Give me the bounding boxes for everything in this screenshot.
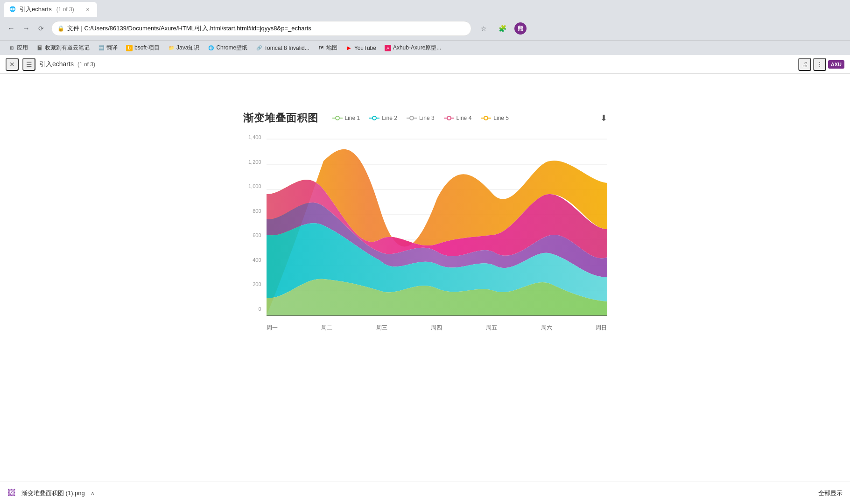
bookmark-tomcat-label: Tomcat 8 Invalid... <box>264 45 309 51</box>
y-label-0: 0 <box>243 306 261 312</box>
x-label-sunday: 周日 <box>596 324 607 332</box>
legend-line1-label: Line 1 <box>345 115 360 121</box>
chart-svg <box>267 134 607 321</box>
bookmark-map-label: 地图 <box>326 44 337 52</box>
legend-line1: Line 1 <box>332 115 360 121</box>
bookmark-bsoft-label: bsoft-项目 <box>134 44 160 52</box>
chart-plot-area: 1,400 1,200 1,000 800 600 400 200 0 <box>243 134 607 332</box>
youtube-icon: ▶ <box>346 45 352 51</box>
x-label-thursday: 周四 <box>431 324 442 332</box>
svg-point-1 <box>336 116 339 120</box>
bookmark-map[interactable]: 🗺 地图 <box>314 42 341 54</box>
bookmark-translate-label: 翻译 <box>106 44 118 52</box>
legend-line2: Line 2 <box>369 115 397 121</box>
profile-avatar-button[interactable]: 熊 <box>514 22 527 35</box>
bookmark-java-label: Java知识 <box>176 44 199 52</box>
y-label-400: 400 <box>243 257 261 263</box>
back-button[interactable]: ← <box>5 22 18 35</box>
lock-icon: 🔒 <box>57 25 64 32</box>
main-content: 渐变堆叠面积图 Line 1 Line 2 <box>0 74 850 494</box>
tab-bar: 🌐 引入echarts (1 of 3) ✕ <box>0 0 850 17</box>
legend-line2-label: Line 2 <box>382 115 397 121</box>
chart-legend: Line 1 Line 2 Line 3 <box>332 115 591 121</box>
legend-line5: Line 5 <box>481 115 509 121</box>
chart-header: 渐变堆叠面积图 Line 1 Line 2 <box>243 111 607 125</box>
print-button[interactable]: 🖨 <box>798 58 811 71</box>
chart-title: 渐变堆叠面积图 <box>243 111 318 125</box>
forward-button[interactable]: → <box>20 22 33 35</box>
svg-point-5 <box>410 116 414 120</box>
download-bar: 🖼 渐变堆叠面积图 (1).png ∧ 全部显示 <box>0 482 850 504</box>
y-label-200: 200 <box>243 281 261 287</box>
legend-line5-svg <box>481 115 491 121</box>
page-title: 引入echarts <box>39 60 74 69</box>
svg-point-9 <box>484 116 488 120</box>
bookmark-chrome-wallpaper[interactable]: 🌐 Chrome壁纸 <box>204 42 251 54</box>
axu-logo: AXU <box>828 60 844 69</box>
bookmark-axhub[interactable]: A Axhub-Axure原型... <box>381 42 445 54</box>
tomcat-icon: 🔗 <box>256 45 262 51</box>
toolbar-right: 🖨 ⋮ AXU <box>798 58 844 71</box>
bookmark-bsoft[interactable]: b bsoft-项目 <box>122 42 163 54</box>
download-expand-button[interactable]: ∧ <box>91 490 95 497</box>
bookmark-star-button[interactable]: ☆ <box>477 22 490 35</box>
download-chart-button[interactable]: ⬇ <box>600 113 607 123</box>
bookmark-apps[interactable]: ⊞ 应用 <box>5 42 32 54</box>
refresh-button[interactable]: ⟳ <box>35 22 48 35</box>
active-tab[interactable]: 🌐 引入echarts (1 of 3) ✕ <box>4 2 97 17</box>
legend-line2-svg <box>369 115 379 121</box>
extensions-button[interactable]: 🧩 <box>496 22 509 35</box>
svg-point-3 <box>372 116 376 120</box>
page-info: (1 of 3) <box>77 61 95 68</box>
translate-icon: 🔤 <box>98 45 105 51</box>
axhub-icon: A <box>385 45 391 51</box>
x-label-saturday: 周六 <box>541 324 552 332</box>
legend-line4: Line 4 <box>444 115 472 121</box>
bookmark-axhub-label: Axhub-Axure原型... <box>393 44 441 52</box>
nav-buttons: ← → ⟳ <box>5 22 48 35</box>
legend-line3: Line 3 <box>407 115 435 121</box>
bsoft-icon: b <box>126 45 133 51</box>
close-button[interactable]: ✕ <box>6 58 19 71</box>
y-label-800: 800 <box>243 208 261 214</box>
legend-line3-svg <box>407 115 417 121</box>
youdao-icon: 📓 <box>36 45 43 51</box>
x-axis: 周一 周二 周三 周四 周五 周六 周日 <box>267 321 607 332</box>
legend-line5-label: Line 5 <box>493 115 509 121</box>
legend-line3-label: Line 3 <box>419 115 435 121</box>
x-label-monday: 周一 <box>267 324 278 332</box>
chrome-icon: 🌐 <box>208 45 214 51</box>
chart-container: 渐变堆叠面积图 Line 1 Line 2 <box>243 111 607 332</box>
address-bar-row: ← → ⟳ 🔒 文件 | C:/Users/86139/Documents/Ax… <box>0 17 850 40</box>
bookmark-tomcat[interactable]: 🔗 Tomcat 8 Invalid... <box>252 43 313 53</box>
address-bar[interactable]: 🔒 文件 | C:/Users/86139/Documents/Axure/HT… <box>51 21 471 36</box>
bookmark-youdao[interactable]: 📓 收藏到有道云笔记 <box>33 42 93 54</box>
y-axis: 1,400 1,200 1,000 800 600 400 200 0 <box>243 134 264 312</box>
tab-title: 引入echarts <box>20 5 52 14</box>
y-label-600: 600 <box>243 232 261 238</box>
tab-page: (1 of 3) <box>56 6 74 13</box>
page-toolbar: ✕ ☰ 引入echarts (1 of 3) 🖨 ⋮ AXU <box>0 55 850 74</box>
download-file-info: 渐变堆叠面积图 (1).png <box>21 489 85 497</box>
close-tab-button[interactable]: ✕ <box>84 6 91 13</box>
y-label-1400: 1,400 <box>243 134 261 140</box>
download-file-name: 渐变堆叠面积图 (1).png <box>21 489 85 497</box>
bookmark-java[interactable]: 📁 Java知识 <box>164 42 203 54</box>
x-label-tuesday: 周二 <box>321 324 332 332</box>
menu-button[interactable]: ☰ <box>22 58 35 71</box>
tab-favicon: 🌐 <box>9 6 16 13</box>
svg-point-7 <box>447 116 451 120</box>
legend-line1-svg <box>332 115 343 121</box>
bookmark-chrome-label: Chrome壁纸 <box>216 44 247 52</box>
more-options-button[interactable]: ⋮ <box>813 58 826 71</box>
bookmark-apps-label: 应用 <box>17 44 28 52</box>
download-file-icon: 🖼 <box>7 488 16 498</box>
bookmarks-bar: ⊞ 应用 📓 收藏到有道云笔记 🔤 翻译 b bsoft-项目 📁 Java知识… <box>0 40 850 55</box>
legend-line4-svg <box>444 115 454 121</box>
bookmark-translate[interactable]: 🔤 翻译 <box>94 42 121 54</box>
y-label-1200: 1,200 <box>243 159 261 165</box>
bookmark-youtube-label: YouTube <box>354 45 376 51</box>
show-all-downloads-button[interactable]: 全部显示 <box>818 489 843 497</box>
java-icon: 📁 <box>168 45 175 51</box>
bookmark-youtube[interactable]: ▶ YouTube <box>342 43 380 53</box>
